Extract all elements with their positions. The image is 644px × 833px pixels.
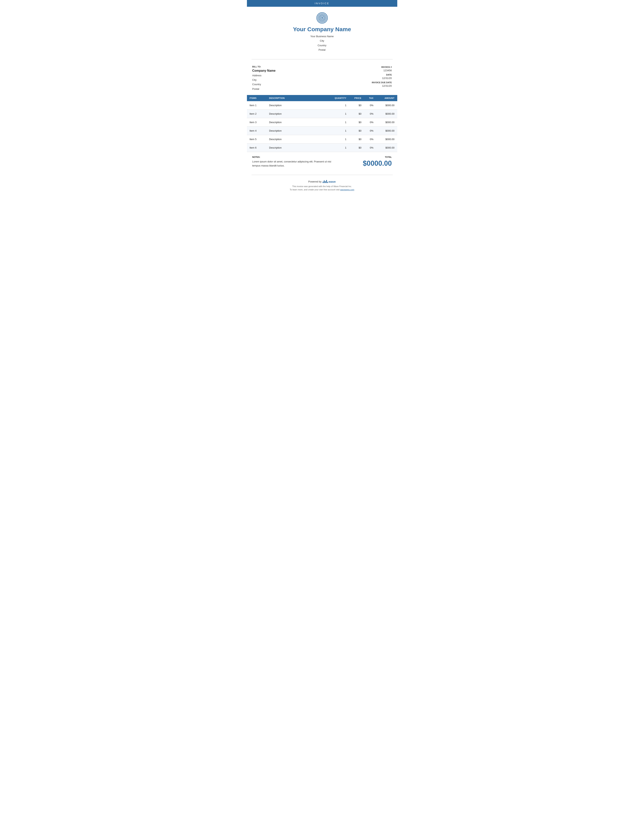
invoice-number-row: INVOICE # 123456	[357, 66, 392, 72]
cell-price-3: $0	[349, 118, 364, 127]
due-date-label: INVOICE DUE DATE	[357, 81, 392, 84]
cell-quantity-5: 1	[330, 135, 349, 143]
col-header-description: DESCRIPTION	[266, 95, 330, 101]
company-business-name: Your Business Name	[251, 34, 393, 39]
cell-item-2: Item 2	[247, 109, 266, 118]
cell-price-2: $0	[349, 109, 364, 118]
col-header-quantity: QUANTITY	[330, 95, 349, 101]
date-label: DATE	[357, 73, 392, 77]
footer-note-line2: To learn more, and create your own free …	[251, 188, 393, 191]
cell-description-6: Description	[266, 143, 330, 152]
footer-powered-by: Powered by wave	[251, 180, 393, 183]
date-row: DATE 12/31/20	[357, 73, 392, 80]
due-date-value: 12/31/20	[357, 84, 392, 88]
cell-quantity-3: 1	[330, 118, 349, 127]
company-section: Your Company Name Your Business Name Cit…	[247, 7, 397, 56]
wave-icon	[323, 180, 328, 183]
cell-amount-6: $000.00	[376, 143, 397, 152]
cell-item-1: Item 1	[247, 101, 266, 109]
cell-price-1: $0	[349, 101, 364, 109]
company-logo	[316, 12, 328, 24]
cell-description-1: Description	[266, 101, 330, 109]
due-date-row: INVOICE DUE DATE 12/31/20	[357, 81, 392, 88]
cell-quantity-1: 1	[330, 101, 349, 109]
cell-quantity-4: 1	[330, 127, 349, 135]
cell-price-6: $0	[349, 143, 364, 152]
bill-to-details: Address City Country Postal	[252, 73, 357, 91]
date-value: 12/31/20	[357, 76, 392, 80]
invoice-page: INVOICE Your Company Name Your Business …	[247, 0, 397, 196]
wave-bar-2	[324, 180, 325, 183]
invoice-number-value: 123456	[357, 69, 392, 72]
wave-bar-1	[323, 182, 324, 183]
cell-item-4: Item 4	[247, 127, 266, 135]
col-header-price: PRICE	[349, 95, 364, 101]
company-postal: Postal	[251, 48, 393, 52]
table-row: Item 2 Description 1 $0 0% $000.00	[247, 109, 397, 118]
cell-quantity-2: 1	[330, 109, 349, 118]
svg-point-5	[321, 17, 323, 19]
company-country: Country	[251, 43, 393, 48]
cell-amount-4: $000.00	[376, 127, 397, 135]
cell-amount-5: $000.00	[376, 135, 397, 143]
footer-divider	[251, 175, 393, 175]
cell-tax-3: 0%	[364, 118, 376, 127]
footer-note: This invoice was generated with the help…	[251, 185, 393, 191]
section-divider-1	[251, 59, 393, 60]
notes-text: Lorem ipsum dolor sit amet, consectetur …	[252, 160, 333, 168]
total-block: TOTAL $0000.00	[357, 156, 392, 167]
cell-price-4: $0	[349, 127, 364, 135]
invoice-number-label: INVOICE #	[357, 66, 392, 69]
cell-description-2: Description	[266, 109, 330, 118]
invoice-title: INVOICE	[315, 2, 329, 5]
bill-to-address: Address	[252, 73, 357, 78]
cell-amount-2: $000.00	[376, 109, 397, 118]
footer-waveapps-link[interactable]: waveapps.com	[340, 188, 354, 191]
cell-quantity-6: 1	[330, 143, 349, 152]
table-header-row: ITEMS DESCRIPTION QUANTITY PRICE TAX AMO…	[247, 95, 397, 101]
cell-amount-1: $000.00	[376, 101, 397, 109]
cell-description-5: Description	[266, 135, 330, 143]
powered-by-text: Powered by	[308, 180, 322, 183]
wave-brand-text: wave	[328, 180, 336, 183]
cell-description-3: Description	[266, 118, 330, 127]
col-header-amount: AMOUNT	[376, 95, 397, 101]
bill-to-label: BILL TO:	[252, 66, 357, 68]
header-bar: INVOICE	[247, 0, 397, 7]
company-details: Your Business Name City Country Postal	[251, 34, 393, 52]
bill-to-country: Country	[252, 82, 357, 87]
cell-description-4: Description	[266, 127, 330, 135]
cell-tax-1: 0%	[364, 101, 376, 109]
table-row: Item 6 Description 1 $0 0% $000.00	[247, 143, 397, 152]
items-table: ITEMS DESCRIPTION QUANTITY PRICE TAX AMO…	[247, 95, 397, 152]
col-header-items: ITEMS	[247, 95, 266, 101]
cell-item-3: Item 3	[247, 118, 266, 127]
company-city: City	[251, 39, 393, 43]
bill-to-postal: Postal	[252, 87, 357, 91]
table-row: Item 4 Description 1 $0 0% $000.00	[247, 127, 397, 135]
company-name: Your Company Name	[251, 26, 393, 32]
cell-tax-2: 0%	[364, 109, 376, 118]
cell-tax-6: 0%	[364, 143, 376, 152]
cell-tax-5: 0%	[364, 135, 376, 143]
table-row: Item 5 Description 1 $0 0% $000.00	[247, 135, 397, 143]
notes-total-section: NOTES: Lorem ipsum dolor sit amet, conse…	[247, 152, 397, 171]
footer-note-line1: This invoice was generated with the help…	[251, 185, 393, 188]
cell-tax-4: 0%	[364, 127, 376, 135]
bill-to-city: City	[252, 78, 357, 82]
table-row: Item 1 Description 1 $0 0% $000.00	[247, 101, 397, 109]
wave-bar-5	[327, 182, 328, 183]
table-row: Item 3 Description 1 $0 0% $000.00	[247, 118, 397, 127]
wave-bar-4	[326, 180, 327, 183]
total-value: $0000.00	[357, 159, 392, 167]
notes-label: NOTES:	[252, 156, 349, 158]
cell-price-5: $0	[349, 135, 364, 143]
col-header-tax: TAX	[364, 95, 376, 101]
total-label: TOTAL	[357, 156, 392, 158]
invoice-info-block: INVOICE # 123456 DATE 12/31/20 INVOICE D…	[357, 66, 392, 91]
bill-to-block: BILL TO: Company Name Address City Count…	[252, 66, 357, 91]
wave-bar-3	[325, 181, 326, 183]
cell-item-5: Item 5	[247, 135, 266, 143]
notes-block: NOTES: Lorem ipsum dolor sit amet, conse…	[252, 156, 357, 168]
bill-to-company: Company Name	[252, 69, 357, 72]
